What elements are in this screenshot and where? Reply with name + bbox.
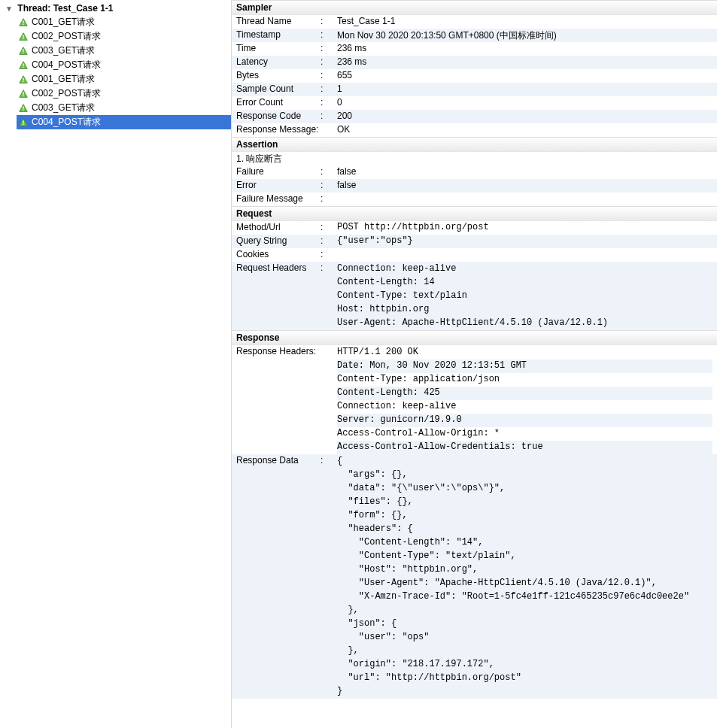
tree-item-label: C001_GET请求 (32, 16, 95, 29)
tree-item[interactable]: C003_GET请求 (17, 101, 231, 115)
row-value-line: { (337, 455, 712, 469)
tree-item[interactable]: C002_POST请求 (17, 86, 231, 101)
section-header-sampler: Sampler (232, 0, 717, 15)
success-icon (18, 117, 29, 128)
svg-rect-16 (23, 92, 23, 95)
tree-item-label: C003_GET请求 (32, 44, 95, 57)
row-value: 655 (337, 69, 712, 80)
row-key: Sample Count (236, 83, 321, 94)
detail-panel: Sampler Thread Name:Test_Case 1-1Timesta… (232, 0, 717, 728)
detail-row: Response Code:200 (232, 110, 717, 123)
svg-rect-5 (23, 38, 23, 38)
tree-items: C001_GET请求C002_POST请求C003_GET请求C004_POST… (0, 15, 231, 129)
row-value: false (337, 165, 712, 177)
row-key: Error (236, 179, 321, 190)
row-colon: : (321, 179, 337, 190)
tree-item[interactable]: C004_POST请求 (17, 58, 231, 72)
svg-rect-1 (23, 20, 23, 23)
row-value (337, 248, 712, 249)
svg-rect-7 (23, 49, 23, 52)
tree-item-label: C002_POST请求 (32, 87, 101, 100)
tree-item-label: C002_POST请求 (32, 30, 101, 43)
row-value-line: "Content-Type": "text/plain", (337, 550, 712, 563)
row-value-line: "X-Amzn-Trace-Id": "Root=1-5fc4e1ff-121c… (337, 590, 712, 604)
row-key: Thread Name (236, 15, 321, 26)
tree-item[interactable]: C002_POST请求 (17, 29, 231, 44)
row-value-line: Access-Control-Allow-Credentials: true (337, 441, 712, 454)
detail-row: Error:false (232, 179, 717, 193)
tree-item[interactable]: C004_POST请求 (17, 115, 231, 129)
collapse-icon[interactable]: ▼ (5, 5, 14, 13)
row-value: { "args": {}, "data": "{\"user\":\"ops\"… (337, 454, 712, 699)
detail-row: Latency:236 ms (232, 56, 717, 69)
tree-item-label: C004_POST请求 (32, 116, 101, 129)
row-value-line: "data": "{\"user\":\"ops\"}", (337, 482, 712, 496)
row-colon: : (321, 96, 337, 108)
row-value-line: Access-Control-Allow-Origin: * (337, 427, 712, 441)
svg-rect-19 (23, 106, 23, 109)
row-key: Response Headers: (236, 345, 321, 356)
row-value-line: }, (337, 604, 712, 617)
rows-assertion: Failure:falseError:falseFailure Message: (232, 165, 717, 206)
detail-row: Timestamp:Mon Nov 30 2020 20:13:50 GMT+0… (232, 29, 717, 42)
row-key: Latency (236, 56, 321, 67)
row-value: 200 (337, 110, 712, 121)
row-key: Response Message: (236, 123, 321, 135)
row-colon: : (321, 56, 337, 67)
tree-item[interactable]: C001_GET请求 (17, 15, 231, 29)
tree-item-label: C001_GET请求 (32, 73, 95, 86)
row-value-line: }, (337, 645, 712, 658)
assertion-title: 1. 响应断言 (232, 152, 717, 165)
row-key: Query String (236, 235, 321, 246)
row-value (337, 193, 712, 193)
success-icon (18, 32, 29, 42)
row-value-line: "form": {}, (337, 509, 712, 523)
svg-rect-23 (23, 123, 23, 124)
row-value-line: Content-Type: application/json (337, 373, 712, 387)
row-colon: : (321, 29, 337, 40)
row-colon: : (321, 193, 337, 204)
row-value-line: "args": {}, (337, 469, 712, 482)
detail-row: Method/Url:POST http://httpbin.org/post (232, 221, 717, 235)
svg-rect-22 (23, 120, 23, 123)
row-value-line: "headers": { (337, 523, 712, 536)
section-header-request: Request (232, 206, 717, 221)
row-value-line: "json": { (337, 617, 712, 631)
row-value-line: "url": "http://httpbin.org/post" (337, 672, 712, 685)
row-value-line: "Host": "httpbin.org", (337, 563, 712, 577)
row-value-line: Date: Mon, 30 Nov 2020 12:13:51 GMT (337, 359, 712, 373)
row-value: POST http://httpbin.org/post (337, 221, 712, 232)
row-value: HTTP/1.1 200 OKDate: Mon, 30 Nov 2020 12… (337, 345, 712, 454)
row-colon: : (321, 262, 337, 273)
row-colon (321, 345, 337, 346)
tree-item[interactable]: C003_GET请求 (17, 44, 231, 58)
success-icon (18, 46, 29, 56)
svg-rect-20 (23, 109, 23, 110)
row-colon: : (321, 165, 337, 177)
row-key: Failure (236, 165, 321, 177)
rows-request: Method/Url:POST http://httpbin.org/postQ… (232, 221, 717, 330)
svg-rect-2 (23, 23, 23, 24)
row-value-line: Content-Length: 14 (337, 276, 712, 290)
detail-row: Sample Count:1 (232, 83, 717, 96)
row-colon: : (321, 15, 337, 26)
row-value-line: } (337, 685, 712, 699)
tree-root[interactable]: ▼ Thread: Test_Case 1-1 (0, 2, 231, 15)
success-icon (18, 60, 29, 71)
row-colon: : (321, 69, 337, 80)
row-value: 236 ms (337, 42, 712, 53)
tree-item[interactable]: C001_GET请求 (17, 72, 231, 86)
svg-rect-11 (23, 66, 23, 67)
success-icon (18, 103, 29, 114)
row-key: Failure Message (236, 193, 321, 204)
row-colon: : (321, 235, 337, 246)
row-value: Test_Case 1-1 (337, 15, 712, 26)
row-key: Error Count (236, 96, 321, 108)
svg-rect-14 (23, 80, 23, 81)
rows-sampler: Thread Name:Test_Case 1-1Timestamp:Mon N… (232, 15, 717, 137)
row-value-line: User-Agent: Apache-HttpClient/4.5.10 (Ja… (337, 317, 712, 330)
row-value: false (337, 179, 712, 190)
row-value-line: Server: gunicorn/19.9.0 (337, 414, 712, 427)
row-value: 236 ms (337, 56, 712, 67)
row-colon (321, 123, 337, 124)
